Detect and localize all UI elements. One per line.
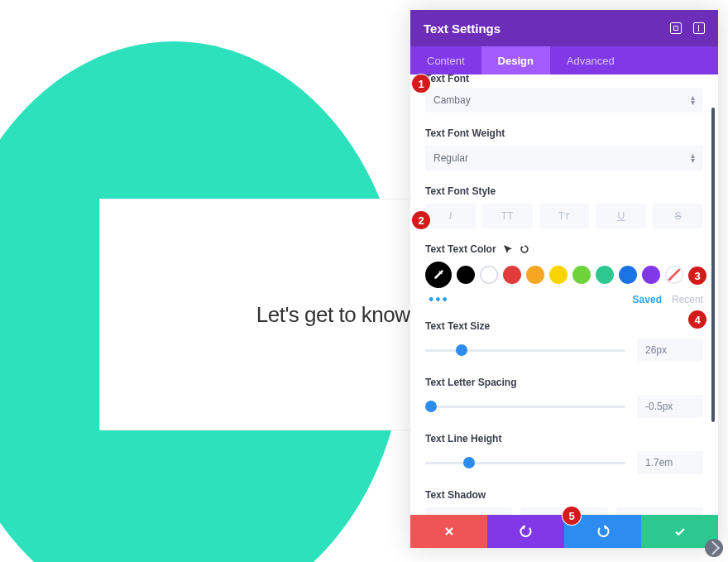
select-arrows-icon: ▴▾ — [691, 153, 695, 163]
swatch-black[interactable] — [457, 266, 475, 284]
page-canvas: Let's get to know ea Text Settings Conte… — [0, 0, 728, 562]
label-font-style: Text Font Style — [425, 185, 703, 197]
annotation-badge-5: 5 — [563, 507, 581, 525]
swatch-teal[interactable] — [596, 266, 614, 284]
color-tabs: Saved Recent — [425, 294, 703, 305]
reset-icon[interactable] — [520, 244, 529, 254]
redo-icon — [596, 525, 610, 538]
label-text-size: Text Text Size — [425, 320, 703, 332]
settings-panel: Text Settings Content Design Advanced Te… — [410, 10, 718, 548]
line-value[interactable]: 1.7em — [637, 451, 703, 474]
cursor-icon — [503, 244, 513, 254]
check-icon — [673, 525, 687, 538]
panel-tabs: Content Design Advanced — [410, 46, 718, 74]
style-smallcaps[interactable]: Tᴛ — [539, 204, 590, 228]
annotation-badge-3: 3 — [688, 267, 706, 285]
letter-value[interactable]: -0.5px — [637, 395, 703, 418]
annotation-badge-2: 2 — [412, 211, 430, 229]
color-tab-recent[interactable]: Recent — [672, 294, 703, 305]
shadow-opt-2[interactable]: aAaA — [616, 507, 703, 515]
swatch-yellow[interactable] — [549, 266, 568, 284]
color-tab-saved[interactable]: Saved — [633, 294, 662, 305]
scrollbar[interactable] — [711, 108, 715, 422]
label-text-color: Text Text Color — [425, 243, 703, 255]
swatch-green[interactable] — [572, 266, 591, 284]
font-select-value: Cambay — [433, 94, 471, 106]
letter-slider[interactable] — [425, 406, 625, 408]
font-style-row: I TT Tᴛ U S — [425, 204, 703, 228]
size-slider[interactable] — [425, 349, 625, 352]
color-swatch-row — [425, 262, 703, 288]
swatch-red[interactable] — [503, 266, 521, 284]
resize-handle[interactable] — [705, 539, 723, 557]
swatch-white[interactable] — [480, 266, 498, 284]
swatch-orange[interactable] — [526, 266, 544, 284]
undo-icon — [520, 525, 533, 538]
swatch-purple[interactable] — [642, 266, 660, 284]
shadow-none[interactable] — [425, 507, 512, 515]
tab-advanced[interactable]: Advanced — [550, 46, 631, 74]
color-picker-button[interactable] — [425, 262, 452, 288]
panel-header: Text Settings — [410, 10, 718, 46]
label-line-height: Text Line Height — [425, 433, 703, 444]
eyedropper-icon — [432, 268, 445, 281]
close-icon — [443, 526, 455, 537]
font-select[interactable]: Cambay ▴▾ — [425, 88, 703, 113]
style-italic[interactable]: I — [425, 204, 476, 228]
label-font-weight: Text Font Weight — [425, 127, 703, 139]
annotation-badge-4: 4 — [688, 310, 706, 329]
swatch-blue[interactable] — [619, 266, 637, 284]
annotation-badge-1: 1 — [412, 74, 430, 93]
tab-content[interactable]: Content — [410, 46, 481, 74]
cancel-button[interactable] — [410, 515, 487, 548]
style-strike[interactable]: S — [653, 204, 703, 228]
style-underline[interactable]: U — [596, 204, 646, 228]
line-slider[interactable] — [425, 462, 625, 464]
size-value[interactable]: 26px — [637, 339, 703, 362]
undo-button[interactable] — [487, 515, 564, 548]
swatch-none[interactable] — [665, 266, 683, 284]
weight-select[interactable]: Regular ▴▾ — [425, 146, 703, 171]
tab-design[interactable]: Design — [481, 46, 550, 74]
weight-select-value: Regular — [433, 152, 468, 164]
panel-title: Text Settings — [424, 22, 500, 36]
panel-body: Text Font Cambay ▴▾ Text Font Weight Reg… — [410, 74, 718, 515]
dock-icon[interactable] — [693, 22, 705, 34]
label-letter-spacing: Text Letter Spacing — [425, 377, 703, 388]
label-text-shadow: Text Shadow — [425, 489, 703, 501]
style-uppercase[interactable]: TT — [482, 204, 533, 228]
label-text-font-truncated: Text Font — [425, 74, 703, 84]
expand-icon[interactable] — [670, 22, 682, 34]
select-arrows-icon: ▴▾ — [691, 95, 695, 105]
